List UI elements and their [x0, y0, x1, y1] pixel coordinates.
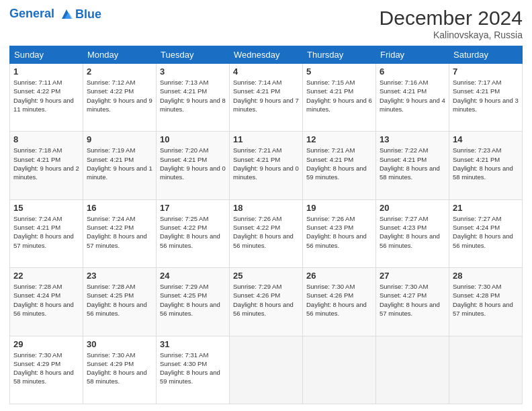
- col-friday: Friday: [376, 46, 449, 64]
- week-row-2: 8Sunrise: 7:18 AMSunset: 4:21 PMDaylight…: [10, 132, 523, 199]
- week-row-1: 1Sunrise: 7:11 AMSunset: 4:22 PMDaylight…: [10, 64, 523, 132]
- table-row: 1Sunrise: 7:11 AMSunset: 4:22 PMDaylight…: [10, 64, 83, 132]
- col-sunday: Sunday: [10, 46, 83, 64]
- table-row: 22Sunrise: 7:28 AMSunset: 4:24 PMDayligh…: [10, 268, 83, 336]
- table-row: 13Sunrise: 7:22 AMSunset: 4:21 PMDayligh…: [376, 132, 449, 199]
- logo-blue: Blue: [75, 7, 101, 21]
- table-row: 4Sunrise: 7:14 AMSunset: 4:21 PMDaylight…: [230, 64, 303, 132]
- location: Kalinovskaya, Russia: [380, 30, 523, 40]
- month-title: December 2024: [380, 7, 523, 30]
- week-row-3: 15Sunrise: 7:24 AMSunset: 4:21 PMDayligh…: [10, 199, 523, 267]
- table-row: 30Sunrise: 7:30 AMSunset: 4:29 PMDayligh…: [83, 336, 157, 404]
- table-row: 15Sunrise: 7:24 AMSunset: 4:21 PMDayligh…: [10, 199, 83, 267]
- table-row: 11Sunrise: 7:21 AMSunset: 4:21 PMDayligh…: [230, 132, 303, 199]
- table-row: 25Sunrise: 7:29 AMSunset: 4:26 PMDayligh…: [230, 268, 303, 336]
- table-row: 21Sunrise: 7:27 AMSunset: 4:24 PMDayligh…: [449, 199, 523, 267]
- table-row: 29Sunrise: 7:30 AMSunset: 4:29 PMDayligh…: [10, 336, 83, 404]
- table-row: 9Sunrise: 7:19 AMSunset: 4:21 PMDaylight…: [83, 132, 157, 199]
- calendar-table: Sunday Monday Tuesday Wednesday Thursday…: [9, 46, 523, 404]
- table-row: 18Sunrise: 7:26 AMSunset: 4:22 PMDayligh…: [230, 199, 303, 267]
- table-row: [449, 336, 523, 404]
- logo: General Blue: [9, 7, 101, 21]
- table-row: [230, 336, 303, 404]
- header: General Blue December 2024 Kalinovskaya,…: [9, 7, 523, 40]
- table-row: 14Sunrise: 7:23 AMSunset: 4:21 PMDayligh…: [449, 132, 523, 199]
- table-row: 5Sunrise: 7:15 AMSunset: 4:21 PMDaylight…: [303, 64, 376, 132]
- week-row-5: 29Sunrise: 7:30 AMSunset: 4:29 PMDayligh…: [10, 336, 523, 404]
- col-wednesday: Wednesday: [230, 46, 303, 64]
- table-row: 6Sunrise: 7:16 AMSunset: 4:21 PMDaylight…: [376, 64, 449, 132]
- col-saturday: Saturday: [449, 46, 523, 64]
- calendar-container: General Blue December 2024 Kalinovskaya,…: [0, 0, 532, 411]
- col-monday: Monday: [83, 46, 157, 64]
- table-row: 20Sunrise: 7:27 AMSunset: 4:23 PMDayligh…: [376, 199, 449, 267]
- table-row: 23Sunrise: 7:28 AMSunset: 4:25 PMDayligh…: [83, 268, 157, 336]
- table-row: 8Sunrise: 7:18 AMSunset: 4:21 PMDaylight…: [10, 132, 83, 199]
- header-row: Sunday Monday Tuesday Wednesday Thursday…: [10, 46, 523, 64]
- table-row: [303, 336, 376, 404]
- week-row-4: 22Sunrise: 7:28 AMSunset: 4:24 PMDayligh…: [10, 268, 523, 336]
- table-row: 24Sunrise: 7:29 AMSunset: 4:25 PMDayligh…: [157, 268, 230, 336]
- table-row: 17Sunrise: 7:25 AMSunset: 4:22 PMDayligh…: [157, 199, 230, 267]
- col-thursday: Thursday: [303, 46, 376, 64]
- table-row: 12Sunrise: 7:21 AMSunset: 4:21 PMDayligh…: [303, 132, 376, 199]
- table-row: 16Sunrise: 7:24 AMSunset: 4:22 PMDayligh…: [83, 199, 157, 267]
- title-area: December 2024 Kalinovskaya, Russia: [380, 7, 523, 40]
- table-row: 26Sunrise: 7:30 AMSunset: 4:26 PMDayligh…: [303, 268, 376, 336]
- table-row: 2Sunrise: 7:12 AMSunset: 4:22 PMDaylight…: [83, 64, 157, 132]
- table-row: [376, 336, 449, 404]
- table-row: 27Sunrise: 7:30 AMSunset: 4:27 PMDayligh…: [376, 268, 449, 336]
- table-row: 10Sunrise: 7:20 AMSunset: 4:21 PMDayligh…: [157, 132, 230, 199]
- table-row: 7Sunrise: 7:17 AMSunset: 4:21 PMDaylight…: [449, 64, 523, 132]
- logo-icon: [59, 7, 74, 21]
- table-row: 3Sunrise: 7:13 AMSunset: 4:21 PMDaylight…: [157, 64, 230, 132]
- table-row: 31Sunrise: 7:31 AMSunset: 4:30 PMDayligh…: [157, 336, 230, 404]
- table-row: 28Sunrise: 7:30 AMSunset: 4:28 PMDayligh…: [449, 268, 523, 336]
- logo-general: General: [9, 7, 54, 20]
- table-row: 19Sunrise: 7:26 AMSunset: 4:23 PMDayligh…: [303, 199, 376, 267]
- col-tuesday: Tuesday: [157, 46, 230, 64]
